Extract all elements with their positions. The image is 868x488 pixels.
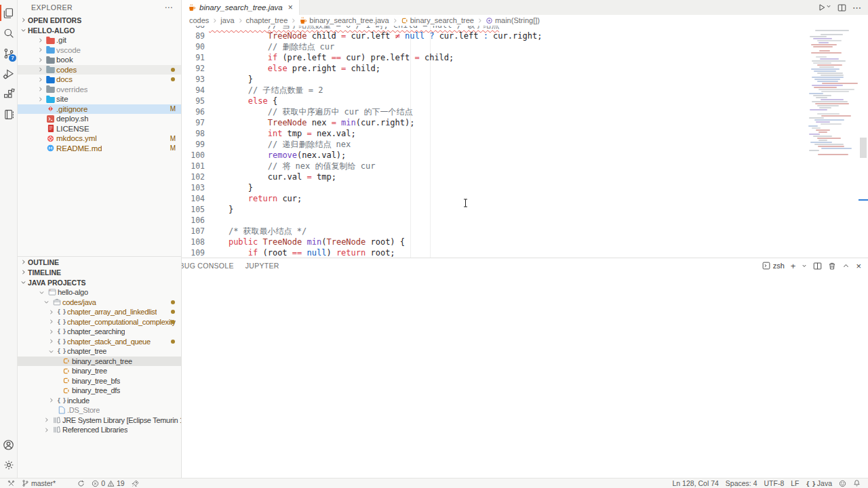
status-eol[interactable]: LF <box>787 479 802 487</box>
activity-search-button[interactable] <box>0 23 17 43</box>
chevron-right-icon[interactable] <box>47 319 56 325</box>
code-line-91[interactable]: 91 if (pre.left == cur) pre.left = child… <box>182 52 868 63</box>
status-notifications[interactable] <box>850 479 864 487</box>
tree-item-binary-search-tree[interactable]: binary_search_tree <box>18 357 181 367</box>
timeline-section-header[interactable]: TIMELINE <box>18 267 181 277</box>
breadcrumb-item-main-string[interactable]: main(String[]) <box>486 16 540 24</box>
status-sync[interactable] <box>74 479 88 488</box>
code-line-107[interactable]: 107 /* 获取最小结点 */ <box>182 226 868 237</box>
tree-item-binary-tree-dfs[interactable]: binary_tree_dfs <box>18 386 181 396</box>
tree-item-jre-system-library-eclipse-temurin-17-17[interactable]: JRE System Library [Eclipse Temurin 17 [… <box>18 415 181 426</box>
activity-run-and-debug-button[interactable] <box>0 64 17 84</box>
status-encoding[interactable]: UTF-8 <box>761 479 788 487</box>
close-panel-icon[interactable]: × <box>856 262 861 270</box>
tree-item-codes-java[interactable]: codes/java <box>18 298 181 308</box>
breadcrumb-item-binary-search-tree[interactable]: binary_search_tree <box>401 16 474 24</box>
status-problems[interactable]: 019 <box>88 479 128 488</box>
breadcrumb-item-binary-search-tree-java[interactable]: binary_search_tree.java <box>299 16 389 24</box>
tree-item-referenced-libraries[interactable]: Referenced Libraries <box>18 425 181 435</box>
code-line-103[interactable]: 103 } <box>182 182 868 193</box>
activity-notebook-button[interactable] <box>0 104 17 125</box>
chevron-right-icon[interactable] <box>47 397 56 403</box>
activity-explorer-button[interactable] <box>0 3 17 23</box>
sidebar-more-actions-icon[interactable]: ⋯ <box>165 3 174 12</box>
tree-item-chapter-tree[interactable]: { }chapter_tree <box>18 346 181 357</box>
status-indentation[interactable]: Spaces: 4 <box>722 479 761 487</box>
activity-accounts-button[interactable] <box>0 434 17 455</box>
chevron-right-icon[interactable] <box>42 427 51 433</box>
chevron-right-icon[interactable] <box>47 309 56 315</box>
tree-item-readme-md[interactable]: README.mdM <box>18 144 181 154</box>
tree-item-binary-tree-bfs[interactable]: binary_tree_bfs <box>18 376 181 386</box>
scrollbar-thumb[interactable] <box>860 138 867 158</box>
tree-item-chapter-stack-and-queue[interactable]: { }chapter_stack_and_queue <box>18 337 181 347</box>
status-java-status[interactable] <box>128 479 142 488</box>
code-line-108[interactable]: 108 public TreeNode min(TreeNode root) { <box>182 237 868 247</box>
code-line-96[interactable]: 96 // 获取中序遍历中 cur 的下一个结点 <box>182 106 868 117</box>
chevron-down-icon[interactable] <box>802 263 807 268</box>
chevron-right-icon[interactable] <box>36 66 45 73</box>
breadcrumb-item-codes[interactable]: codes <box>189 16 209 24</box>
tree-item-site[interactable]: site <box>18 94 181 104</box>
new-terminal-button[interactable]: + <box>791 262 796 270</box>
tree-item-book[interactable]: book <box>18 55 181 65</box>
tree-item-vscode[interactable]: vscode <box>18 45 181 56</box>
kill-terminal-button[interactable] <box>828 262 836 270</box>
chevron-down-icon[interactable] <box>37 289 46 296</box>
status-language-mode[interactable]: { }Java <box>803 479 835 487</box>
code-line-97[interactable]: 97 TreeNode nex = min(cur.right); <box>182 117 868 128</box>
chevron-right-icon[interactable] <box>42 417 51 423</box>
tree-item-chapter-array-and-linkedlist[interactable]: { }chapter_array_and_linkedlist <box>18 307 181 317</box>
panel-tab-jupyter[interactable]: JUPYTER <box>245 258 279 273</box>
code-line-109[interactable]: 109 if (root == null) return root; <box>182 247 868 258</box>
tab-binary-search-tree-java[interactable]: binary_search_tree.java × <box>182 0 300 15</box>
tree-item-include[interactable]: { }include <box>18 396 181 406</box>
code-line-100[interactable]: 100 remove(nex.val); <box>182 150 868 161</box>
chevron-right-icon[interactable] <box>36 96 45 102</box>
terminal-profile-select[interactable]: zsh <box>762 262 785 270</box>
chevron-right-icon[interactable] <box>36 86 45 92</box>
code-line-99[interactable]: 99 // 递归删除结点 nex <box>182 139 868 150</box>
breadcrumb-item-java[interactable]: java <box>220 16 234 24</box>
tree-item-hello-algo[interactable]: hello-algo <box>18 287 181 298</box>
split-editor-button[interactable] <box>837 3 846 12</box>
tree-item-mkdocs-yml[interactable]: mkdocs.ymlM <box>18 134 181 144</box>
tree-item-deploy-sh[interactable]: deploy.sh <box>18 114 181 124</box>
tree-item-binary-tree[interactable]: binary_tree <box>18 366 181 376</box>
status-git-branch[interactable]: master* <box>18 479 59 488</box>
tree-item-docs[interactable]: docs <box>18 75 181 85</box>
split-terminal-button[interactable] <box>813 262 822 270</box>
activity-settings-button[interactable] <box>0 455 17 475</box>
status-feedback[interactable] <box>835 480 850 487</box>
tree-item-overrides[interactable]: overrides <box>18 85 181 95</box>
tree-item-license[interactable]: LICENSE <box>18 124 181 134</box>
chevron-right-icon[interactable] <box>36 47 45 53</box>
chevron-right-icon[interactable] <box>47 338 56 344</box>
project-root-header[interactable]: HELLO-ALGO <box>18 25 181 35</box>
open-editors-header[interactable]: OPEN EDITORS <box>18 15 181 25</box>
tree-item-codes[interactable]: codes <box>18 65 181 75</box>
code-line-92[interactable]: 92 else pre.right = child; <box>182 63 868 74</box>
activity-extensions-button[interactable] <box>0 84 17 104</box>
java-projects-section-header[interactable]: JAVA PROJECTS <box>18 277 181 287</box>
more-actions-icon[interactable]: ⋯ <box>852 3 861 13</box>
tree-item-chapter-computational-complexity[interactable]: { }chapter_computational_complexity <box>18 317 181 327</box>
tree-item-gitignore[interactable]: .gitignoreM <box>18 104 181 115</box>
tree-item-git[interactable]: .git <box>18 35 181 45</box>
activity-source-control-button[interactable]: 7 <box>0 43 17 64</box>
chevron-right-icon[interactable] <box>36 37 45 43</box>
chevron-right-icon[interactable] <box>47 329 56 335</box>
code-line-104[interactable]: 104 return cur; <box>182 193 868 204</box>
code-line-88[interactable]: 88 // 当子结点数量 = 0 / 1 时, child = null / 该… <box>182 26 868 30</box>
run-button[interactable] <box>818 3 831 12</box>
code-line-95[interactable]: 95 else { <box>182 96 868 106</box>
code-line-98[interactable]: 98 int tmp = nex.val; <box>182 128 868 139</box>
code-line-89[interactable]: 89 TreeNode child = cur.left ≠ null ? cu… <box>182 30 868 41</box>
chevron-right-icon[interactable] <box>36 57 45 63</box>
code-line-101[interactable]: 101 // 将 nex 的值复制给 cur <box>182 161 868 171</box>
code-line-90[interactable]: 90 // 删除结点 cur <box>182 41 868 52</box>
code-line-93[interactable]: 93 } <box>182 74 868 85</box>
code-line-105[interactable]: 105 } <box>182 204 868 215</box>
status-cursor-position[interactable]: Ln 128, Col 74 <box>669 479 722 487</box>
maximize-panel-button[interactable] <box>842 262 850 270</box>
